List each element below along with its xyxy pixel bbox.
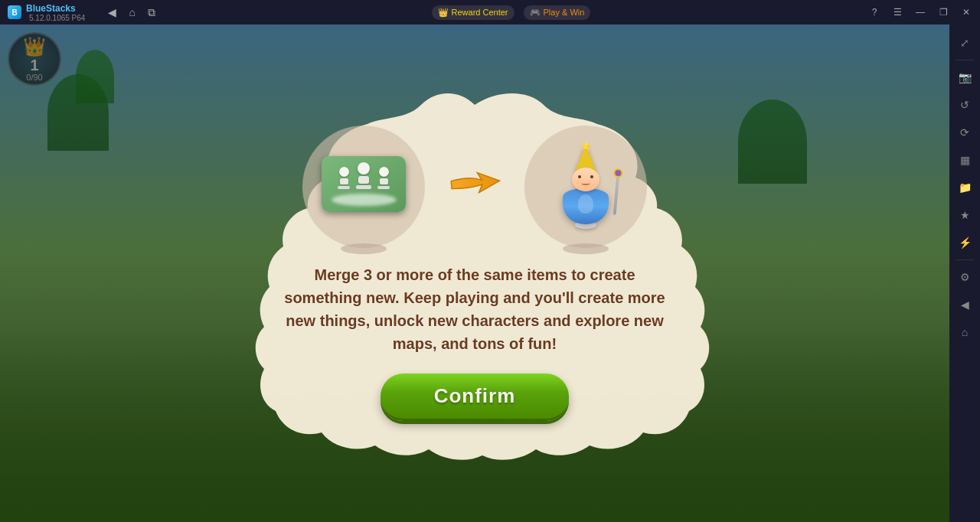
bluestacks-icon: B — [8, 5, 21, 19]
play-win-button[interactable]: 🎮 Play & Win — [524, 5, 591, 20]
merge-arrow-icon — [446, 161, 503, 213]
confirm-button[interactable]: Confirm — [381, 374, 570, 421]
settings-icon[interactable]: ⚙ — [952, 265, 977, 289]
titlebar: B BlueStacks 5.12.0.1065 P64 ◀ ⌂ ⧉ 👑 Rew… — [0, 0, 980, 24]
expand-icon[interactable]: ⤢ — [952, 31, 977, 55]
titlebar-nav: ◀ ⌂ ⧉ — [105, 5, 158, 21]
help-button[interactable]: ? — [864, 2, 885, 23]
titlebar-center: 👑 Reward Center 🎮 Play & Win — [158, 5, 864, 20]
play-win-icon: 🎮 — [530, 8, 541, 18]
game-area: 👑 1 0/90 — [0, 24, 949, 522]
items-showcase: ⭐ — [302, 126, 647, 248]
lightning-icon[interactable]: ⚡ — [952, 230, 977, 255]
app-name: BlueStacks — [26, 3, 85, 14]
window-controls: ? ☰ — ❐ ✕ — [864, 2, 980, 23]
star-sidebar-icon[interactable]: ★ — [952, 203, 977, 227]
dialog-content: ⭐ — [230, 95, 720, 452]
right-sidebar: ⤢ 📷 ↺ ⟳ ▦ 📁 ★ ⚡ ⚙ ◀ ⌂ — [949, 24, 980, 522]
app-logo: B BlueStacks 5.12.0.1065 P64 — [0, 3, 93, 22]
restore-button[interactable]: ❐ — [933, 2, 954, 23]
bar-chart-icon[interactable]: ▦ — [952, 148, 977, 172]
home-button[interactable]: ⌂ — [126, 5, 138, 20]
home-sidebar-icon[interactable]: ⌂ — [952, 320, 977, 344]
reward-icon: 👑 — [438, 8, 449, 18]
screenshot-icon[interactable]: 📷 — [952, 65, 977, 90]
play-win-label: Play & Win — [544, 8, 585, 17]
chess-pieces-item — [322, 156, 406, 217]
folder-icon[interactable]: 📁 — [952, 175, 977, 200]
multi-instance-button[interactable]: ⧉ — [145, 5, 158, 21]
refresh-icon[interactable]: ↺ — [952, 93, 977, 117]
sidebar-divider-2 — [956, 259, 974, 260]
result-item-slot: ⭐ — [524, 126, 647, 248]
minimize-button[interactable]: — — [910, 2, 931, 23]
princess-character: ⭐ — [551, 145, 620, 229]
tutorial-dialog: ⭐ — [214, 82, 735, 465]
reward-center-button[interactable]: 👑 Reward Center — [432, 5, 514, 20]
app-subtitle: 5.12.0.1065 P64 — [29, 14, 85, 22]
close-button[interactable]: ✕ — [956, 2, 977, 23]
dialog-description: Merge 3 or more of the same items to cre… — [276, 263, 674, 355]
reward-label: Reward Center — [452, 8, 508, 17]
menu-button[interactable]: ☰ — [887, 2, 908, 23]
sidebar-divider-1 — [956, 60, 974, 60]
back-sidebar-icon[interactable]: ◀ — [952, 292, 977, 317]
back-button[interactable]: ◀ — [105, 5, 119, 20]
modal-overlay: ⭐ — [0, 24, 949, 522]
source-item-slot — [302, 126, 425, 248]
rotate-icon[interactable]: ⟳ — [952, 120, 977, 145]
